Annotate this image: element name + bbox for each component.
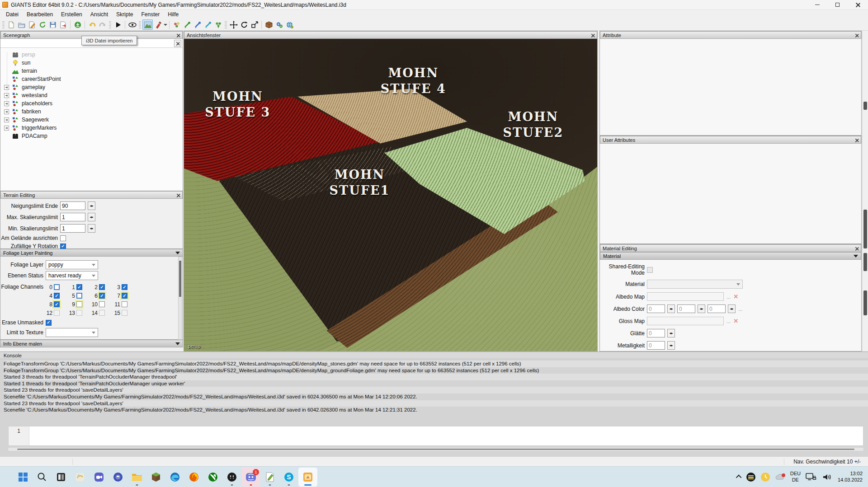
dark-app-icon[interactable] — [222, 468, 241, 487]
console-hscrollbar[interactable] — [8, 448, 863, 451]
widgets-icon[interactable] — [71, 468, 90, 487]
menu-bearbeiten[interactable]: Bearbeiten — [23, 10, 57, 19]
minimize-button[interactable] — [807, 0, 827, 9]
terrain-editing-header[interactable]: Terrain Editing — [0, 191, 183, 199]
redo-icon[interactable] — [97, 19, 108, 30]
limit-to-texture-select[interactable] — [46, 328, 98, 337]
tree-node-placeholders[interactable]: placeholders — [0, 99, 183, 108]
foliage-flower-icon[interactable] — [171, 19, 182, 30]
tree-node-fabriken[interactable]: fabriken — [0, 108, 183, 116]
world-settings-icon[interactable] — [284, 19, 295, 30]
paint-dropdown-caret[interactable] — [164, 24, 167, 26]
neigungslimit-input[interactable] — [60, 201, 85, 210]
minecraft-icon[interactable] — [146, 468, 165, 487]
save-icon[interactable] — [47, 19, 58, 30]
tree-node-Saegewerk[interactable]: Saegewerk — [0, 116, 183, 124]
material-select[interactable] — [647, 280, 743, 289]
spinner-control[interactable] — [88, 213, 95, 221]
viewport-header[interactable]: Ansichtsfenster — [184, 31, 597, 39]
close-icon[interactable] — [855, 247, 858, 249]
channel-checkbox-2[interactable] — [99, 284, 105, 290]
console-header[interactable]: Konsole — [0, 352, 868, 359]
scrollbar-thumb[interactable] — [863, 210, 867, 248]
onedrive-tray-icon[interactable] — [775, 473, 786, 482]
info-ebene-header[interactable]: Info Ebene malen — [0, 340, 183, 347]
close-icon[interactable] — [855, 138, 858, 141]
new-file-icon[interactable] — [6, 19, 16, 30]
close-icon[interactable] — [177, 193, 179, 196]
edit-scene-icon[interactable] — [27, 19, 37, 30]
expander-icon[interactable] — [4, 109, 9, 114]
terrain-paint-icon[interactable] — [153, 19, 163, 30]
scrollbar-thumb[interactable] — [179, 261, 181, 297]
albedo-map-field[interactable] — [647, 292, 724, 301]
expander-icon[interactable] — [4, 117, 9, 122]
close-icon[interactable] — [591, 33, 594, 36]
expander-icon[interactable] — [4, 126, 9, 131]
language-indicator[interactable]: DEU DE — [790, 471, 801, 482]
edge-icon[interactable] — [165, 468, 184, 487]
foliage-spray-teal-icon[interactable] — [203, 19, 213, 30]
foliage-spray-blue-icon[interactable] — [192, 19, 203, 30]
tree-node-careerStartPoint[interactable]: careerStartPoint — [0, 75, 183, 83]
volume-icon[interactable] — [821, 472, 833, 482]
glaette-input[interactable] — [647, 329, 665, 337]
task-view-icon[interactable] — [52, 468, 71, 487]
adguard-tray-icon[interactable] — [746, 472, 756, 482]
tree-node-weitesland[interactable]: weitesland — [0, 91, 183, 99]
foliage-spray-green-icon[interactable] — [182, 19, 192, 30]
object-cube-icon[interactable] — [264, 19, 274, 30]
visibility-eye-icon[interactable] — [127, 19, 137, 30]
viewport-3d-scene[interactable]: MOHN STUFE 3 MOHN STUFE 4 MOHN STUFE2 MO… — [184, 39, 597, 351]
clear-map-icon[interactable]: ✕ — [733, 293, 738, 300]
channel-checkbox-9[interactable] — [76, 301, 82, 307]
teams-icon[interactable] — [90, 468, 108, 487]
giants-editor-taskbar-icon[interactable] — [298, 468, 317, 487]
browse-button[interactable]: ... — [726, 318, 731, 324]
spinner-control[interactable] — [88, 201, 95, 210]
reload-icon[interactable] — [37, 19, 47, 30]
menu-fenster[interactable]: Fenster — [137, 10, 164, 19]
clock-date-display[interactable]: 13:02 14.03.2022 — [838, 471, 863, 483]
spinner-control[interactable] — [667, 329, 675, 337]
menu-erstellen[interactable]: Erstellen — [57, 10, 86, 19]
ebenen-status-select[interactable]: harvest ready — [46, 271, 98, 280]
am-gelaende-checkbox[interactable] — [60, 235, 66, 241]
channel-checkbox-0[interactable] — [54, 284, 60, 290]
tree-node-PDACamp[interactable]: PDACamp — [0, 132, 183, 140]
zufaellige-y-checkbox[interactable] — [60, 244, 66, 249]
albedo-color-b-input[interactable] — [708, 304, 726, 313]
channel-checkbox-11[interactable] — [122, 301, 127, 307]
network-icon[interactable] — [805, 472, 817, 482]
scrollbar-thumb[interactable] — [17, 449, 854, 450]
left-panel-scrollbar[interactable] — [178, 257, 182, 340]
tree-node-sun[interactable]: sun — [0, 59, 183, 67]
xbox-icon[interactable] — [203, 468, 222, 487]
undo-icon[interactable] — [87, 19, 97, 30]
import-i3d-icon[interactable] — [72, 19, 83, 30]
material-section-header[interactable]: Material — [600, 252, 861, 260]
clock-tray-icon[interactable] — [760, 472, 770, 482]
spinner-control[interactable] — [667, 304, 675, 313]
attributes-header[interactable]: Attribute — [600, 31, 861, 39]
menu-ansicht[interactable]: Ansicht — [86, 10, 112, 19]
material-editing-header[interactable]: Material Editing — [600, 244, 861, 252]
channel-checkbox-15[interactable] — [122, 310, 127, 316]
scrollbar-thumb[interactable] — [863, 102, 867, 110]
spinner-control[interactable] — [698, 304, 705, 313]
expander-icon[interactable] — [4, 85, 9, 90]
file-explorer-icon[interactable] — [127, 468, 146, 487]
channel-checkbox-10[interactable] — [99, 301, 105, 307]
foliage-clover-icon[interactable] — [213, 19, 223, 30]
rotate-tool-icon[interactable] — [239, 19, 249, 30]
tree-node-persp[interactable]: persp — [0, 51, 183, 59]
firefox-icon[interactable] — [184, 468, 203, 487]
albedo-color-g-input[interactable] — [677, 304, 695, 313]
search-icon[interactable] — [33, 468, 52, 487]
color-picker-button[interactable]: ... — [738, 306, 742, 312]
foliage-painting-header[interactable]: Foliage Layer Painting — [0, 249, 183, 257]
channel-checkbox-14[interactable] — [99, 310, 105, 316]
channel-checkbox-7[interactable] — [122, 293, 127, 299]
channel-checkbox-3[interactable] — [122, 284, 127, 290]
menu-skripte[interactable]: Skripte — [112, 10, 137, 19]
